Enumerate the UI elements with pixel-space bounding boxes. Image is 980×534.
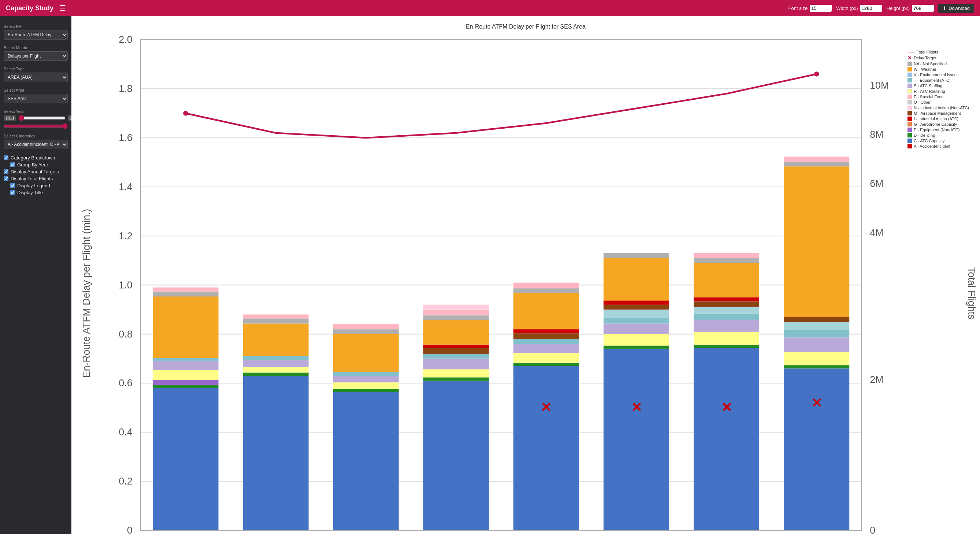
year-max-label: 2018 — [68, 115, 72, 121]
legend-equipment-nonatc-color — [907, 128, 912, 132]
select-area-label: Select Area — [4, 88, 68, 92]
legend-airspace-color — [907, 111, 912, 115]
legend-special-event-color — [907, 94, 912, 99]
svg-rect-64 — [423, 320, 489, 345]
svg-text:0.4: 0.4 — [119, 427, 132, 438]
svg-rect-66 — [423, 310, 489, 316]
font-size-label: Font size — [789, 5, 808, 11]
select-year-label: Select Year — [4, 109, 68, 114]
bar-2011-E — [153, 380, 219, 385]
display-total-flights-label: Display Total Flights — [11, 176, 53, 182]
legend-accident-color — [907, 144, 912, 148]
legend-industrial-atc-label: I - Industrial Action (ATC) — [914, 116, 958, 121]
legend-industrial-nonatc-color — [907, 105, 912, 110]
svg-rect-59 — [423, 370, 489, 378]
display-legend-row[interactable]: Display Legend — [10, 183, 68, 188]
group-by-year-checkbox[interactable] — [10, 163, 15, 167]
bar-2011-D — [153, 385, 219, 388]
svg-rect-104 — [784, 156, 849, 161]
svg-text:2.0: 2.0 — [119, 34, 132, 45]
height-control: Height (px) — [887, 5, 934, 12]
bar-2011-C — [153, 388, 219, 530]
svg-rect-75 — [514, 289, 579, 293]
select-type-label: Select Type — [4, 67, 68, 71]
svg-text:Total Flights: Total Flights — [966, 267, 976, 320]
group-by-year-row[interactable]: Group By Year — [10, 162, 68, 167]
category-breakdown-checkbox[interactable] — [4, 155, 8, 160]
svg-rect-103 — [784, 162, 849, 166]
select-kpi[interactable]: En-Route ATFM Delay — [4, 30, 68, 40]
legend-weather: W - Weather — [907, 67, 969, 72]
svg-rect-57 — [333, 324, 399, 329]
svg-text:0.6: 0.6 — [119, 378, 132, 389]
svg-rect-45 — [243, 367, 309, 373]
category-breakdown-row[interactable]: Category Breakdown — [4, 155, 68, 161]
legend-delay-target-label: Delay Target — [914, 56, 936, 60]
svg-rect-48 — [243, 324, 309, 356]
svg-text:✕: ✕ — [721, 400, 732, 415]
legend-na-color — [907, 62, 912, 66]
year-min-slider[interactable] — [18, 115, 65, 121]
select-categories[interactable]: A - Accident/Incident, C - AT… — [4, 140, 68, 149]
legend-equipment-atc: T - Equipment (ATC) — [907, 78, 969, 83]
svg-text:1.4: 1.4 — [119, 182, 132, 193]
display-title-checkbox[interactable] — [10, 190, 15, 195]
legend-delay-target: ✕ Delay Target — [907, 55, 969, 61]
main-chart-svg: 0 0.2 0.4 0.6 0.8 1.0 1.2 1.4 1.6 1.8 2.… — [75, 32, 976, 534]
svg-rect-46 — [243, 360, 309, 367]
svg-rect-61 — [423, 354, 489, 359]
display-annual-targets-checkbox[interactable] — [4, 169, 8, 174]
svg-rect-91 — [694, 301, 759, 307]
display-legend-label: Display Legend — [17, 183, 50, 188]
legend-atc-staffing-color — [907, 84, 912, 88]
svg-rect-44 — [243, 372, 309, 376]
display-total-flights-row[interactable]: Display Total Flights — [4, 176, 68, 182]
svg-rect-95 — [694, 253, 759, 258]
svg-rect-80 — [603, 318, 669, 324]
legend-environmental-color — [907, 73, 912, 77]
display-annual-targets-row[interactable]: Display Annual Targets — [4, 169, 68, 174]
year-min-label: 2011 — [4, 115, 16, 121]
legend-airspace: M - Airspace Management — [907, 111, 969, 115]
svg-text:1.6: 1.6 — [119, 132, 132, 143]
legend-aerodrome-label: G - Aerodrome Capacity — [914, 122, 957, 126]
legend-environmental-label: V - Environmental Issues — [914, 73, 958, 77]
legend-aerodrome: G - Aerodrome Capacity — [907, 122, 969, 126]
hamburger-menu[interactable]: ☰ — [59, 4, 66, 13]
download-button[interactable]: ⬇ Download — [938, 4, 974, 13]
svg-rect-70 — [514, 344, 579, 353]
svg-text:✕: ✕ — [811, 396, 822, 410]
display-total-flights-checkbox[interactable] — [4, 176, 8, 181]
svg-rect-87 — [694, 332, 759, 345]
legend-atc-routeing-label: R - ATC Routeing — [914, 89, 945, 94]
svg-rect-62 — [423, 348, 489, 354]
year-max-slider[interactable] — [4, 123, 68, 129]
display-legend-checkbox[interactable] — [10, 183, 15, 188]
legend-equipment-atc-color — [907, 78, 912, 83]
bar-2015-C — [514, 366, 579, 531]
legend-accident: A - Accident/Incident — [907, 144, 969, 148]
select-type[interactable]: AREA (AUA) — [4, 73, 68, 82]
legend-special-event: P - Special Event — [907, 94, 969, 99]
legend-industrial-atc-color — [907, 116, 912, 121]
chart-area: En-Route ATFM Delay per Flight for SES A… — [72, 16, 980, 534]
topbar: Capacity Study ☰ Font size Width (px) He… — [0, 0, 980, 16]
svg-rect-54 — [333, 371, 399, 376]
select-area[interactable]: SES Area — [4, 94, 68, 104]
height-input[interactable] — [912, 5, 934, 12]
select-metric[interactable]: Delays per Flight — [4, 51, 68, 61]
legend-atc-capacity-label: C - ATC Capacity — [914, 139, 945, 143]
chart-title: En-Route ATFM Delay per Flight for SES A… — [75, 24, 976, 30]
bar-2011-R — [153, 370, 219, 380]
legend-atc-capacity-color — [907, 139, 912, 143]
svg-rect-69 — [514, 353, 579, 363]
width-input[interactable] — [860, 5, 882, 12]
font-size-input[interactable] — [810, 5, 832, 12]
svg-text:1.0: 1.0 — [119, 280, 132, 291]
display-title-row[interactable]: Display Title — [10, 190, 68, 195]
svg-rect-94 — [694, 258, 759, 263]
group-by-year-label: Group By Year — [17, 162, 48, 167]
svg-rect-86 — [694, 345, 759, 348]
legend-airspace-label: M - Airspace Management — [914, 111, 961, 115]
svg-text:8M: 8M — [870, 129, 883, 140]
